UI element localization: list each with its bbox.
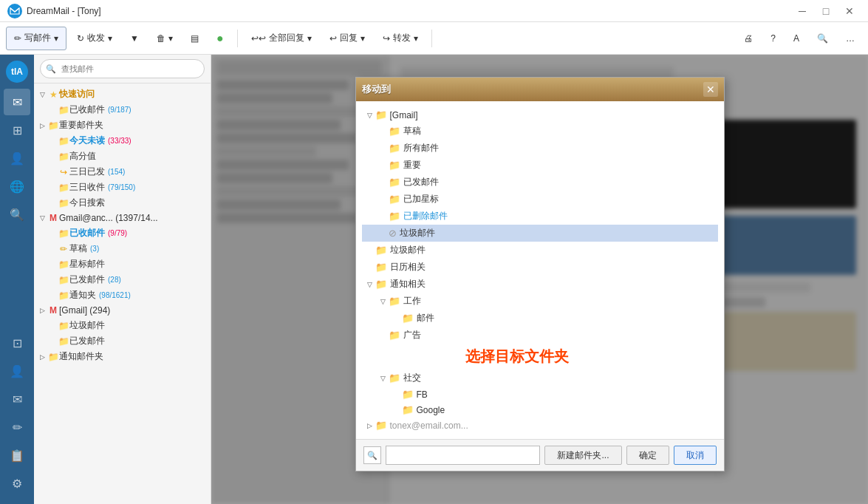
reply-all-icon: ↩↩ xyxy=(251,33,266,44)
sent-icon: 📁 xyxy=(389,177,400,188)
trash-label: 已删除邮件 xyxy=(403,210,448,222)
reply-all-button[interactable]: ↩↩ 全部回复 ▾ xyxy=(244,27,319,50)
sidebar-edit-icon[interactable]: ✏ xyxy=(4,414,30,440)
user-avatar[interactable]: tIA xyxy=(6,61,28,83)
sidebar-grid-icon[interactable]: ⊞ xyxy=(4,117,30,143)
notify-root-icon: 📁 xyxy=(375,279,387,290)
footer-search-icon: 🔍 xyxy=(363,446,381,464)
folder-gmail-group[interactable]: ▷ M [Gmail] (294) xyxy=(34,303,211,318)
gmail-root-label: [Gmail] xyxy=(390,110,418,120)
delete-button[interactable]: 🗑 ▾ xyxy=(149,27,180,50)
forward-button[interactable]: ↪ 转发 ▾ xyxy=(375,27,426,50)
filter-button[interactable]: ▼ xyxy=(123,27,146,50)
folder-gmail-inbox[interactable]: 📁 已收邮件 (9/79) xyxy=(34,225,211,241)
sidebar-template-icon[interactable]: 📋 xyxy=(4,442,30,469)
window-controls: ─ □ ✕ xyxy=(791,0,861,22)
ads-icon: 📁 xyxy=(389,330,400,341)
folder-today-search[interactable]: 📁 今日搜索 xyxy=(34,195,211,211)
folder-gmail-starred[interactable]: 📁 星标邮件 xyxy=(34,256,211,272)
sidebar-globe-icon[interactable]: 🌐 xyxy=(4,173,30,200)
window-close-button[interactable]: ✕ xyxy=(838,0,861,22)
modal-body[interactable]: ▽ 📁 [Gmail] 📁 草稿 📁 xyxy=(356,101,724,439)
starred-icon: 📁 xyxy=(389,194,400,205)
sidebar-settings-icon[interactable]: ⚙ xyxy=(4,470,30,497)
tree-starred[interactable]: 📁 已加星标 xyxy=(362,191,718,208)
template-button[interactable]: ▤ xyxy=(183,27,206,50)
cancel-button[interactable]: 取消 xyxy=(674,446,717,465)
modal-close-button[interactable]: ✕ xyxy=(703,82,718,97)
sidebar-send-icon[interactable]: ✉ xyxy=(4,386,30,412)
tree-important[interactable]: 📁 重要 xyxy=(362,157,718,174)
folder-important-group[interactable]: ▷ 📁 重要邮件夹 xyxy=(34,118,211,133)
tree-spam-top[interactable]: 📁 垃圾邮件 xyxy=(362,242,718,259)
compose-button[interactable]: ✏ 写邮件 ▾ xyxy=(6,27,66,50)
titlebar: DreamMail - [Tony] ─ □ ✕ xyxy=(0,0,868,22)
sidebar-search-icon[interactable]: 🔍 xyxy=(4,201,30,228)
tree-google[interactable]: 📁 Google xyxy=(362,402,718,418)
reply-button[interactable]: ↩ 回复 ▾ xyxy=(322,27,372,50)
folder-gmail-account[interactable]: ▽ M Gmail@anc... (1397/14... xyxy=(34,211,211,225)
folder-gmail-drafts[interactable]: ✏ 草稿 (3) xyxy=(34,241,211,256)
tree-mail-work[interactable]: 📁 邮件 xyxy=(362,310,718,327)
tree-all-mail[interactable]: 📁 所有邮件 xyxy=(362,140,718,157)
folder-inbox-1[interactable]: 📁 已收邮件 (9/187) xyxy=(34,102,211,118)
tree-email-account[interactable]: ▷ 📁 tonex@email.com... xyxy=(362,418,718,433)
reply-all-dropdown-icon: ▾ xyxy=(307,33,312,44)
folder-spam[interactable]: 📁 垃圾邮件 xyxy=(34,318,211,333)
sidebar-mail-icon[interactable]: ✉ xyxy=(4,89,30,115)
tree-drafts[interactable]: 📁 草稿 xyxy=(362,123,718,140)
tree-notify-root[interactable]: ▽ 📁 通知相关 xyxy=(362,276,718,293)
folder-icon: 📁 xyxy=(58,104,69,116)
highscore-icon: 📁 xyxy=(58,151,69,163)
folder-gmail-notify[interactable]: 📁 通知夹 (98/1621) xyxy=(34,287,211,303)
folder-unread-today[interactable]: 📁 今天未读 (33/33) xyxy=(34,133,211,149)
sidebar-calendar-icon[interactable]: ⊡ xyxy=(4,330,30,356)
notify-root-toggle: ▽ xyxy=(365,281,375,288)
tree-gmail-root[interactable]: ▽ 📁 [Gmail] xyxy=(362,107,718,123)
sidebar-contacts-icon[interactable]: 👤 xyxy=(4,145,30,171)
minimize-button[interactable]: ─ xyxy=(791,0,813,22)
maximize-button[interactable]: □ xyxy=(815,0,837,22)
tree-social[interactable]: ▽ 📁 社交 xyxy=(362,370,718,386)
receive-dropdown-icon: ▾ xyxy=(108,33,112,44)
tree-ads[interactable]: 📁 广告 xyxy=(362,327,718,344)
tree-calendar[interactable]: 📁 日历相关 xyxy=(362,259,718,276)
folder-gmail-sent[interactable]: 📁 已发邮件 (28) xyxy=(34,272,211,287)
gmail-root-toggle: ▽ xyxy=(365,112,375,119)
tree-trash[interactable]: 📁 已删除邮件 xyxy=(362,208,718,225)
tree-sent[interactable]: 📁 已发邮件 xyxy=(362,174,718,191)
folder-3day-sent[interactable]: ↪ 三日已发 (154) xyxy=(34,164,211,180)
filter-icon: ▼ xyxy=(130,33,139,44)
folder-3day-inbox[interactable]: 📁 三日收件 (79/150) xyxy=(34,180,211,195)
new-folder-button[interactable]: 新建邮件夹... xyxy=(544,446,621,465)
search-input[interactable] xyxy=(40,59,205,78)
social-toggle: ▽ xyxy=(378,375,389,382)
confirm-button[interactable]: 确定 xyxy=(626,446,669,465)
folder-notify-group[interactable]: ▷ 📁 通知邮件夹 xyxy=(34,349,211,364)
sidebar-person-icon[interactable]: 👤 xyxy=(4,358,30,384)
reply-icon: ↩ xyxy=(329,33,337,44)
delete-icon: 🗑 xyxy=(157,33,165,44)
3day-sent-icon: ↪ xyxy=(58,166,69,178)
quick-access-header[interactable]: ▽ ★ 快速访问 xyxy=(34,86,211,102)
folder-sent-2[interactable]: 📁 已发邮件 xyxy=(34,333,211,349)
print-button[interactable]: 🖨 xyxy=(737,27,760,50)
folder-tree: ▽ ★ 快速访问 📁 已收邮件 (9/187) ▷ 📁 重要邮件夹 xyxy=(34,84,211,504)
tree-spam-selected[interactable]: ⊘ 垃圾邮件 xyxy=(362,225,718,242)
folder-search-input[interactable] xyxy=(386,446,541,465)
quick-access-label: 快速访问 xyxy=(59,88,95,101)
social-label: 社交 xyxy=(403,372,421,384)
calendar-icon: 📁 xyxy=(375,262,387,273)
spam-selected-label: 垃圾邮件 xyxy=(400,227,435,239)
tree-fb[interactable]: 📁 FB xyxy=(362,386,718,402)
delete-dropdown-icon: ▾ xyxy=(168,33,173,44)
more-button[interactable]: … xyxy=(838,27,862,50)
folder-highscore[interactable]: 📁 高分值 xyxy=(34,149,211,164)
tree-work[interactable]: ▽ 📁 工作 xyxy=(362,293,718,310)
font-icon: A xyxy=(793,33,799,44)
font-button[interactable]: A xyxy=(786,27,807,50)
status-button[interactable]: ● xyxy=(209,27,231,50)
help-button[interactable]: ? xyxy=(763,27,783,50)
zoom-button[interactable]: 🔍 xyxy=(810,27,835,50)
receive-button[interactable]: ↻ 收发 ▾ xyxy=(69,27,120,50)
